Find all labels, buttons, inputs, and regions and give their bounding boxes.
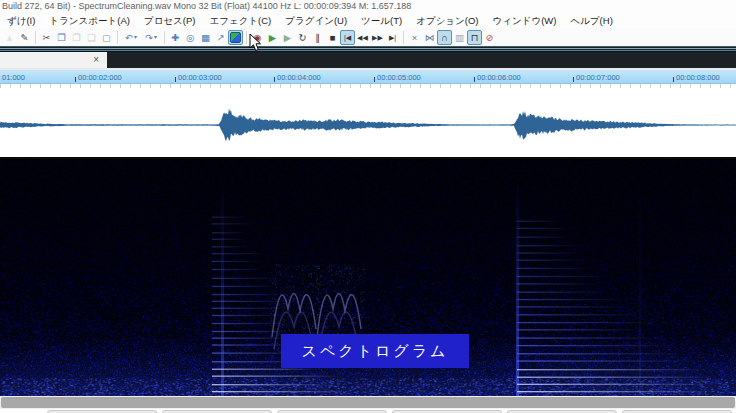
pause-icon-glyph: ∥ (315, 30, 320, 45)
zoom-overview-icon[interactable]: ▦ (198, 30, 213, 45)
cut-icon[interactable]: ✂ (39, 30, 54, 45)
auto-trim-icon-glyph: × (412, 30, 418, 45)
zoom-window-icon-glyph: ◎ (186, 30, 194, 45)
spectrogram-panel[interactable]: スペクトログラム (0, 157, 736, 396)
copy-icon[interactable]: ❐ (54, 30, 69, 45)
dropdown-caret-icon[interactable]: ▾ (154, 30, 157, 45)
crossfade-icon[interactable]: ⋈ (422, 30, 437, 45)
time-ruler[interactable]: 01:00000:00:02:00000:00:03:00000:00:04:0… (0, 70, 736, 84)
menu-tools[interactable]: ツール(T) (354, 13, 409, 28)
waveform[interactable] (0, 84, 736, 157)
go-to-end-icon-glyph: ▶| (389, 30, 396, 45)
window-title-text: Build 272, 64 Bit) - SpectrumCleaning.wa… (2, 1, 411, 11)
ruler-timestamp: 00:00:07:000 (576, 73, 620, 82)
copy-icon-glyph: ❐ (57, 30, 66, 45)
magnify-tool-icon-glyph: ↗ (217, 30, 225, 45)
dropdown-caret-icon[interactable]: ▾ (134, 30, 137, 45)
redo-icon[interactable]: ↷▾ (141, 30, 161, 45)
ruler-timestamp: 00:00:06:000 (477, 73, 521, 82)
group-icon-glyph: ▥ (455, 30, 464, 45)
snap-icon[interactable]: ∩ (437, 30, 452, 45)
toolbar-separator (164, 31, 165, 44)
redo-icon-glyph: ↷ (145, 30, 153, 45)
horizontal-scrollbar[interactable] (0, 396, 736, 409)
waveform-shape (0, 109, 736, 142)
rewind-icon-glyph: ◀◀ (357, 30, 368, 45)
auto-trim-icon[interactable]: × (407, 30, 422, 45)
toolbar-separator (35, 31, 36, 44)
ruler-tick (673, 77, 674, 82)
go-to-end-icon[interactable]: ▶| (385, 30, 400, 45)
tab-bar: × (0, 52, 736, 68)
forward-icon[interactable]: ▶▶ (370, 30, 385, 45)
zoom-selection-icon[interactable]: ✚ (168, 30, 183, 45)
spectrum-display-icon[interactable] (228, 30, 243, 45)
trim-icon-glyph: ▢ (102, 30, 111, 45)
spectrum-chip (230, 32, 241, 43)
loop-playback-icon-glyph: ↻ (299, 30, 307, 45)
play-icon-glyph: ▶ (284, 30, 291, 45)
ruler-tick (75, 77, 76, 82)
ruler-timestamp: 00:00:03:000 (178, 73, 222, 82)
paste-special-icon-glyph: ❏ (87, 30, 96, 45)
pencil-disabled-icon-glyph: ⊘ (486, 30, 494, 45)
ruler-timestamp: 00:00:08:000 (676, 73, 720, 82)
waveform-panel[interactable] (0, 84, 736, 157)
import-icon-glyph: ▲ (5, 30, 14, 45)
toolbar-separator (117, 31, 118, 44)
menu-effects[interactable]: エフェクト(C) (202, 13, 278, 28)
pause-icon[interactable]: ∥ (310, 30, 325, 45)
go-to-start-icon[interactable]: |◀ (340, 30, 355, 45)
loop-playback-icon[interactable]: ↻ (295, 30, 310, 45)
menu-window[interactable]: ウィンドウ(W) (486, 13, 564, 28)
forward-icon-glyph: ▶▶ (372, 30, 383, 45)
window-title: Build 272, 64 Bit) - SpectrumCleaning.wa… (0, 0, 736, 12)
ruler-timestamp: 01:000 (2, 73, 25, 82)
snap-lock-icon-glyph: ⊓ (471, 30, 478, 45)
mouse-cursor (249, 33, 262, 52)
paste-icon-glyph: ❐ (72, 30, 81, 45)
import-icon[interactable]: ▲ (2, 30, 17, 45)
docked-windows-strip (0, 409, 736, 413)
tab-close-icon[interactable]: × (93, 53, 99, 67)
zoom-window-icon[interactable]: ◎ (183, 30, 198, 45)
zoom-selection-icon-glyph: ✚ (172, 30, 180, 45)
menu-plugins[interactable]: プラグイン(U) (278, 13, 354, 28)
ruler-tick (474, 77, 475, 82)
pencil-disabled-icon[interactable]: ⊘ (482, 30, 497, 45)
spectrogram-label-text: スペクトログラム (302, 342, 449, 361)
undo-icon[interactable]: ↶▾ (121, 30, 141, 45)
trim-icon[interactable]: ▢ (99, 30, 114, 45)
menu-process[interactable]: プロセス(P) (137, 13, 203, 28)
scrollbar-thumb[interactable] (1, 397, 735, 408)
snap-icon-glyph: ∩ (441, 30, 448, 45)
spectrogram-label: スペクトログラム (281, 334, 469, 368)
document-tab[interactable]: × (0, 52, 107, 68)
magnify-tool-icon[interactable]: ↗ (213, 30, 228, 45)
stop-icon-glyph: ■ (330, 30, 336, 45)
stop-icon[interactable]: ■ (325, 30, 340, 45)
ruler-timestamp: 00:00:05:000 (377, 73, 421, 82)
play-all-icon-glyph: ▶ (269, 30, 276, 45)
rewind-icon[interactable]: ◀◀ (355, 30, 370, 45)
group-icon[interactable]: ▥ (452, 30, 467, 45)
snap-lock-icon[interactable]: ⊓ (467, 30, 482, 45)
paste-icon[interactable]: ❐ (69, 30, 84, 45)
undo-icon-glyph: ↶ (125, 30, 133, 45)
edit-tool-icon[interactable]: ✎ (17, 30, 32, 45)
menu-truncated[interactable]: ずけ(I) (0, 13, 42, 28)
ruler-tick (175, 77, 176, 82)
paste-special-icon[interactable]: ❏ (84, 30, 99, 45)
toolbar-separator (403, 31, 404, 44)
cut-icon-glyph: ✂ (43, 30, 51, 45)
zoom-overview-icon-glyph: ▦ (201, 30, 210, 45)
menu-options[interactable]: オプション(O) (409, 13, 485, 28)
play-icon[interactable]: ▶ (280, 30, 295, 45)
ruler-tick (374, 77, 375, 82)
ruler-tick (573, 77, 574, 82)
menu-transport[interactable]: トランスポート(A) (42, 13, 137, 28)
play-all-icon[interactable]: ▶ (265, 30, 280, 45)
ruler-tick (274, 77, 275, 82)
menu-help[interactable]: ヘルプ(H) (563, 13, 619, 28)
ruler-timestamp: 00:00:04:000 (277, 73, 321, 82)
